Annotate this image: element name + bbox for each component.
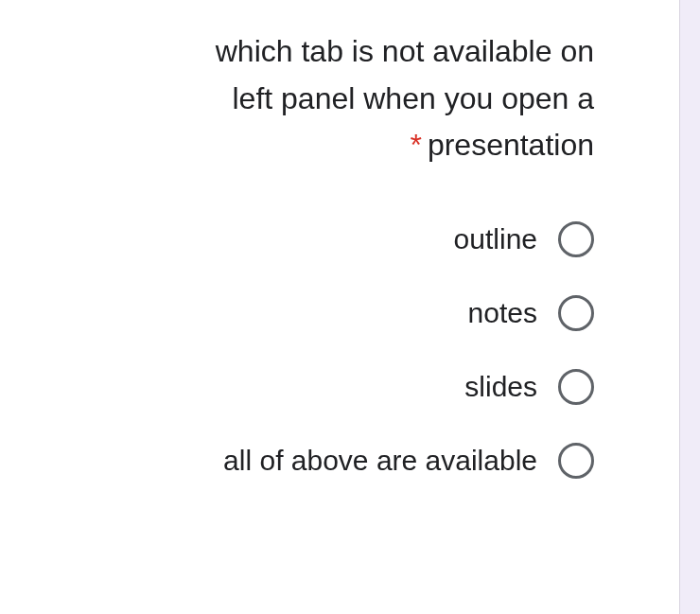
question-line-3: *presentation: [104, 122, 594, 169]
question-line-3-text: presentation: [428, 128, 594, 162]
option-row[interactable]: all of above are available: [47, 443, 594, 479]
question-line-1: which tab is not available on: [104, 28, 594, 76]
required-marker: *: [410, 128, 421, 162]
option-label: slides: [464, 371, 537, 403]
radio-icon[interactable]: [558, 369, 594, 405]
question-card: which tab is not available on left panel…: [0, 0, 679, 614]
option-label: outline: [454, 223, 537, 255]
option-label: all of above are available: [223, 445, 537, 477]
options-group: outline notes slides all of above are av…: [47, 221, 632, 479]
radio-icon[interactable]: [558, 443, 594, 479]
question-text-block: which tab is not available on left panel…: [47, 28, 632, 169]
option-label: notes: [468, 297, 537, 329]
option-row[interactable]: notes: [47, 295, 594, 331]
page-right-margin: [679, 0, 700, 614]
radio-icon[interactable]: [558, 221, 594, 257]
option-row[interactable]: slides: [47, 369, 594, 405]
question-line-2: left panel when you open a: [104, 76, 594, 123]
radio-icon[interactable]: [558, 295, 594, 331]
option-row[interactable]: outline: [47, 221, 594, 257]
